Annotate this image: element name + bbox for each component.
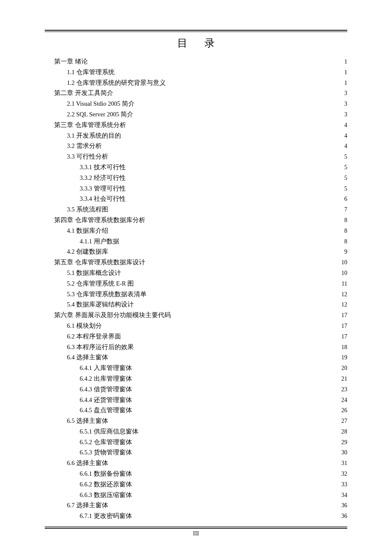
toc-entry: 6.7.1 更改密码窗体36 [45, 511, 347, 521]
toc-entry-label: 6.4.1 入库管理窗体 [80, 363, 132, 373]
toc-entry-page: 26 [341, 405, 347, 416]
toc-entry: 2.2 SQL Server 2005 简介3 [45, 109, 347, 120]
toc-entry: 6.6.3 数据压缩窗体34 [45, 490, 347, 500]
toc-entry-page: 8 [344, 237, 347, 247]
toc-entry-label: 6.7.1 更改密码窗体 [80, 511, 132, 521]
toc-entry-label: 6.5 选择主窗体 [67, 416, 108, 426]
toc-entry-page: 24 [341, 395, 347, 405]
toc-entry: 5.3 仓库管理系统数据表清单12 [45, 289, 347, 300]
toc-entry-label: 4.1.1 用户数据 [80, 236, 119, 247]
toc-entry: 3.1 开发系统的目的4 [45, 130, 347, 141]
toc-entry: 6.4.2 出库管理窗体21 [45, 373, 347, 384]
toc-entry: 6.4.3 借货管理窗体23 [45, 384, 347, 395]
toc-entry: 第五章 仓库管理系统数据库设计10 [45, 257, 347, 268]
toc-entry-page: 4 [344, 120, 347, 130]
toc-entry-page: 9 [344, 247, 347, 257]
toc-entry: 3.3 可行性分析5 [45, 151, 347, 162]
toc-entry-page: 7 [344, 205, 347, 215]
toc-entry: 第四章 仓库管理系统数据库分析8 [45, 215, 347, 225]
toc-entry-page: 5 [344, 173, 347, 183]
toc-entry-page: 10 [341, 268, 347, 278]
toc-entry-page: 3 [344, 110, 347, 120]
header-rule-thick [45, 30, 347, 31]
toc-entry-page: 28 [341, 427, 347, 437]
toc-entry-page: 20 [341, 363, 347, 373]
toc-entry-page: 31 [341, 458, 347, 468]
toc-entry-page: 12 [341, 289, 347, 300]
toc-entry-page: 29 [341, 437, 347, 448]
page-title: 目录 [45, 36, 347, 50]
toc-entry: 第六章 界面展示及部分功能模块主要代码17 [45, 310, 347, 321]
toc-entry-page: 5 [344, 184, 347, 194]
toc-entry-label: 3.3.3 管理可行性 [80, 183, 126, 194]
toc-entry-page: 34 [341, 490, 347, 500]
toc-entry-label: 第五章 仓库管理系统数据库设计 [54, 257, 145, 268]
toc-entry-label: 第四章 仓库管理系统数据库分析 [54, 215, 145, 225]
toc-entry-page: 1 [344, 78, 347, 88]
toc-entry: 6.5 选择主窗体27 [45, 416, 347, 426]
toc-entry: 3.3.2 经济可行性5 [45, 173, 347, 183]
toc-entry-page: 8 [344, 226, 347, 236]
toc-entry-label: 6.5.3 货物管理窗体 [80, 447, 132, 458]
table-of-contents: 第一章 绪论11.1 仓库管理系统11.2 仓库管理系统的研究背景与意义1第二章… [45, 56, 347, 521]
page-number: III [45, 530, 347, 537]
toc-entry-label: 6.4.5 盘点管理窗体 [80, 405, 132, 416]
toc-entry-page: 33 [341, 480, 347, 490]
document-page: 目录 第一章 绪论11.1 仓库管理系统11.2 仓库管理系统的研究背景与意义1… [0, 0, 392, 555]
toc-entry: 5.4 数据库逻辑结构设计12 [45, 299, 347, 310]
toc-entry-label: 6.4.2 出库管理窗体 [80, 373, 132, 384]
toc-entry-label: 6.1 模块划分 [67, 321, 102, 331]
toc-entry: 3.3.4 社会可行性6 [45, 194, 347, 204]
toc-entry-label: 6.6.1 数据备份窗体 [80, 468, 132, 479]
toc-entry: 第二章 开发工具简介3 [45, 88, 347, 98]
toc-entry-page: 3 [344, 88, 347, 98]
toc-entry: 6.5.2 仓库管理窗体29 [45, 437, 347, 448]
toc-entry: 6.6 选择主窗体31 [45, 458, 347, 468]
footer-rule-thin [45, 526, 347, 527]
toc-entry-page: 4 [344, 131, 347, 141]
toc-entry-label: 4.2 创建数据库 [67, 246, 108, 257]
toc-entry-label: 1.2 仓库管理系统的研究背景与意义 [67, 78, 166, 88]
toc-entry-label: 6.3 本程序运行后的效果 [67, 342, 134, 353]
header-rule-thin [45, 32, 347, 32]
toc-entry: 6.6.1 数据备份窗体32 [45, 468, 347, 479]
toc-entry-label: 3.3.4 社会可行性 [80, 194, 126, 204]
toc-entry: 6.3 本程序运行后的效果18 [45, 342, 347, 353]
toc-entry-page: 30 [341, 448, 347, 458]
toc-entry: 6.4 选择主窗体19 [45, 352, 347, 363]
toc-entry: 4.1 数据库介绍8 [45, 225, 347, 236]
toc-entry: 6.4.5 盘点管理窗体26 [45, 405, 347, 416]
toc-entry-label: 第六章 界面展示及部分功能模块主要代码 [54, 310, 171, 321]
toc-entry-label: 6.2 本程序登录界面 [67, 331, 121, 342]
toc-entry: 第三章 仓库管理系统分析4 [45, 120, 347, 130]
toc-entry-page: 5 [344, 162, 347, 173]
toc-entry-page: 6 [344, 194, 347, 204]
toc-entry-page: 18 [341, 342, 347, 353]
toc-entry-label: 5.2 仓库管理系统 E-R 图 [67, 278, 134, 289]
toc-entry-page: 17 [341, 332, 347, 342]
toc-entry-page: 1 [344, 67, 347, 78]
toc-entry-label: 3.3.1 技术可行性 [80, 162, 126, 173]
toc-entry-page: 8 [344, 215, 347, 225]
toc-entry-label: 3.1 开发系统的目的 [67, 130, 121, 141]
footer-rule-thick [45, 528, 347, 529]
toc-entry-label: 6.6.3 数据压缩窗体 [80, 490, 132, 500]
toc-entry: 6.5.3 货物管理窗体30 [45, 447, 347, 458]
toc-entry-label: 第一章 绪论 [54, 56, 88, 67]
toc-entry-label: 5.3 仓库管理系统数据表清单 [67, 289, 147, 300]
toc-entry-page: 36 [341, 500, 347, 511]
toc-entry-label: 6.5.2 仓库管理窗体 [80, 437, 132, 448]
toc-entry-label: 6.4 选择主窗体 [67, 352, 108, 363]
toc-entry: 4.2 创建数据库9 [45, 246, 347, 257]
toc-entry-label: 2.1 Visual Stdio 2005 简介 [67, 98, 135, 109]
toc-entry-page: 17 [341, 310, 347, 321]
toc-entry-page: 23 [341, 384, 347, 395]
toc-entry-page: 3 [344, 99, 347, 109]
toc-entry: 6.4.1 入库管理窗体20 [45, 363, 347, 373]
toc-entry-page: 32 [341, 469, 347, 479]
toc-entry-label: 6.6 选择主窗体 [67, 458, 108, 468]
toc-entry-label: 5.4 数据库逻辑结构设计 [67, 299, 134, 310]
toc-entry: 3.3.3 管理可行性5 [45, 183, 347, 194]
toc-entry-label: 3.5 系统流程图 [67, 204, 108, 215]
toc-entry: 3.3.1 技术可行性5 [45, 162, 347, 173]
